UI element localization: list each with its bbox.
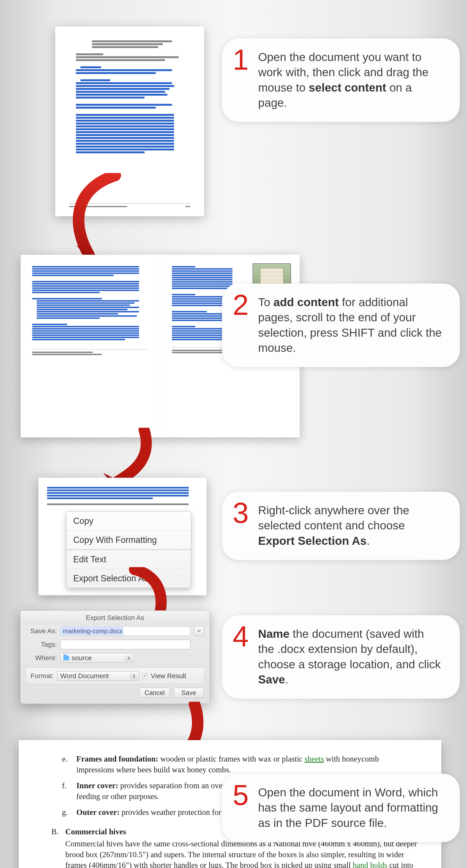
save-as-label: Save As: <box>26 627 57 635</box>
step-1-callout: 1 Open the document you want to work wit… <box>222 38 460 122</box>
where-label: Where: <box>26 654 57 662</box>
cancel-button[interactable]: Cancel <box>139 688 170 698</box>
step-text: Open the document you want to work with,… <box>258 50 443 110</box>
step-3-callout: 3 Right-click anywhere over the selected… <box>222 492 460 560</box>
save-as-value: marketing-comp.docx <box>63 627 123 635</box>
step-text: To add content for additional pages, scr… <box>258 294 443 355</box>
format-label: Format: <box>30 672 54 680</box>
link-sheets[interactable]: sheets <box>304 754 324 763</box>
step-number: 2 <box>233 290 249 319</box>
export-selection-dialog: Export Selection As Save As: marketing-c… <box>20 610 210 704</box>
spread-left-page <box>21 255 160 437</box>
step-text: Right-click anywhere over the selected c… <box>258 503 443 548</box>
step-number: 4 <box>233 622 249 651</box>
section-body: Commercial hives have the same cross-sec… <box>65 838 417 868</box>
step-text: Name the document (saved with the .docx … <box>258 626 443 687</box>
section-heading: Commercial hives <box>65 827 126 836</box>
menu-item-export-selection-as[interactable]: Export Selection As... <box>67 569 191 588</box>
tags-field[interactable] <box>60 640 190 649</box>
pdf-page-step1 <box>55 26 204 216</box>
step-5-callout: 5 Open the document in Word, which has t… <box>222 774 460 842</box>
context-menu: Copy Copy With Formatting Edit Text Expo… <box>66 512 191 588</box>
save-as-history-button[interactable] <box>194 626 204 636</box>
menu-item-copy[interactable]: Copy <box>67 512 191 530</box>
where-dropdown[interactable]: source ▴▾ <box>60 653 134 663</box>
step-number: 1 <box>233 45 249 74</box>
folder-icon <box>63 656 69 660</box>
dialog-title: Export Selection As <box>21 611 210 624</box>
section-marker: B. <box>52 827 59 837</box>
where-value: source <box>72 654 92 662</box>
step-number: 3 <box>233 498 249 527</box>
format-value: Word Document <box>60 672 109 680</box>
step-2-callout: 2 To add content for additional pages, s… <box>222 284 460 367</box>
tutorial-stage: 1 Open the document you want to work wit… <box>0 0 467 868</box>
view-result-checkbox[interactable] <box>142 673 147 679</box>
link-hand-holds[interactable]: hand holds <box>353 861 387 868</box>
save-button[interactable]: Save <box>174 688 204 698</box>
save-as-field[interactable]: marketing-comp.docx <box>60 626 190 636</box>
view-result-label: View Result <box>151 672 186 680</box>
chevron-updown-icon: ▴▾ <box>125 655 132 661</box>
step-number: 5 <box>233 780 249 809</box>
tags-label: Tags: <box>26 641 57 648</box>
step-text: Open the document in Word, which has the… <box>258 785 443 831</box>
step-4-callout: 4 Name the document (saved with the .doc… <box>222 615 460 699</box>
menu-item-copy-with-formatting[interactable]: Copy With Formatting <box>67 530 191 549</box>
menu-item-edit-text[interactable]: Edit Text <box>67 550 191 569</box>
list-item: e. Frames and foundation: wooden or plas… <box>76 754 417 775</box>
chevron-updown-icon: ▴▾ <box>130 673 137 679</box>
context-menu-panel: Copy Copy With Formatting Edit Text Expo… <box>38 478 206 595</box>
format-dropdown[interactable]: Word Document ▴▾ <box>57 671 139 681</box>
